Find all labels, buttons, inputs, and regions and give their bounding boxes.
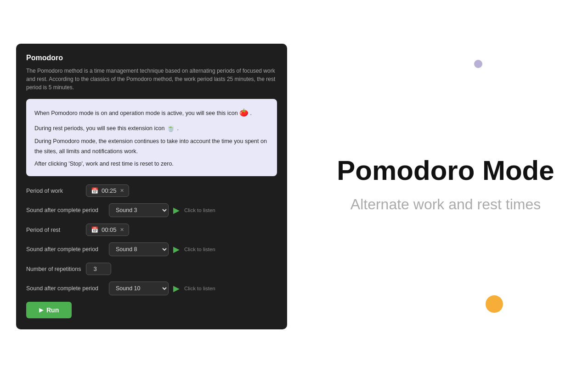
right-panel-title: Pomodoro Mode xyxy=(337,155,554,186)
info-line-3: During Pomodoro mode, the extension cont… xyxy=(34,137,269,156)
period-of-rest-close-icon[interactable]: ✕ xyxy=(120,227,124,233)
sound-after-work-play-button[interactable]: ▶ xyxy=(173,205,180,215)
info-line-1: When Pomodoro mode is on and operation m… xyxy=(34,106,269,119)
sound-after-work-click-to-listen: Click to listen xyxy=(184,207,215,213)
period-of-work-input[interactable]: 📅 00:25 ✕ xyxy=(86,184,129,197)
right-panel-subtitle: Alternate work and rest times xyxy=(351,196,541,213)
blob-purple-decoration xyxy=(474,60,482,68)
sound-after-work-label: Sound after complete period xyxy=(26,207,104,213)
pomodoro-card: Pomodoro The Pomodoro method is a time m… xyxy=(16,44,287,329)
card-title: Pomodoro xyxy=(26,54,277,62)
left-panel: Pomodoro The Pomodoro method is a time m… xyxy=(0,0,303,368)
period-of-rest-row: Period of rest 📅 00:05 ✕ xyxy=(26,224,277,236)
sound-after-rest-select[interactable]: Sound 1 Sound 2 Sound 3 Sound 4 Sound 5 … xyxy=(109,242,169,256)
calendar-icon: 📅 xyxy=(91,187,98,194)
sound-after-repetitions-select[interactable]: Sound 1 Sound 2 Sound 3 Sound 4 Sound 5 … xyxy=(109,282,169,295)
sound-after-repetitions-play-button[interactable]: ▶ xyxy=(173,283,180,293)
sound-after-repetitions-row: Sound after complete period Sound 1 Soun… xyxy=(26,282,277,295)
number-of-repetitions-input[interactable] xyxy=(86,263,111,275)
period-of-work-close-icon[interactable]: ✕ xyxy=(120,188,124,194)
sound-after-repetitions-label: Sound after complete period xyxy=(26,285,104,292)
sound-after-work-row: Sound after complete period Sound 1 Soun… xyxy=(26,203,277,217)
run-play-icon: ▶ xyxy=(39,307,43,313)
run-button-label: Run xyxy=(46,306,59,314)
blob-orange-decoration xyxy=(486,295,503,313)
sound-after-rest-play-button[interactable]: ▶ xyxy=(173,244,180,254)
right-panel: Pomodoro Mode Alternate work and rest ti… xyxy=(303,0,588,368)
period-of-work-value: 00:25 xyxy=(102,187,117,194)
sound-after-rest-click-to-listen: Click to listen xyxy=(184,247,215,252)
card-description: The Pomodoro method is a time management… xyxy=(26,67,277,92)
period-of-rest-input[interactable]: 📅 00:05 ✕ xyxy=(86,224,129,236)
info-line-4: After clicking 'Stop', work and rest tim… xyxy=(34,159,269,169)
info-line-2: During rest periods, you will see this e… xyxy=(34,121,269,134)
period-of-work-row: Period of work 📅 00:25 ✕ xyxy=(26,184,277,197)
calendar-icon-2: 📅 xyxy=(91,226,98,233)
sound-after-rest-row: Sound after complete period Sound 1 Soun… xyxy=(26,242,277,256)
run-button[interactable]: ▶ Run xyxy=(26,302,72,318)
info-box: When Pomodoro mode is on and operation m… xyxy=(26,99,277,176)
number-of-repetitions-row: Number of repetitions xyxy=(26,263,277,275)
period-of-rest-label: Period of rest xyxy=(26,227,81,233)
sound-after-repetitions-click-to-listen: Click to listen xyxy=(184,286,215,291)
sound-after-rest-label: Sound after complete period xyxy=(26,246,104,253)
period-of-work-label: Period of work xyxy=(26,188,81,194)
period-of-rest-value: 00:05 xyxy=(102,226,117,233)
sound-after-work-select[interactable]: Sound 1 Sound 2 Sound 3 Sound 4 Sound 5 … xyxy=(109,203,169,217)
number-of-repetitions-label: Number of repetitions xyxy=(26,266,81,272)
